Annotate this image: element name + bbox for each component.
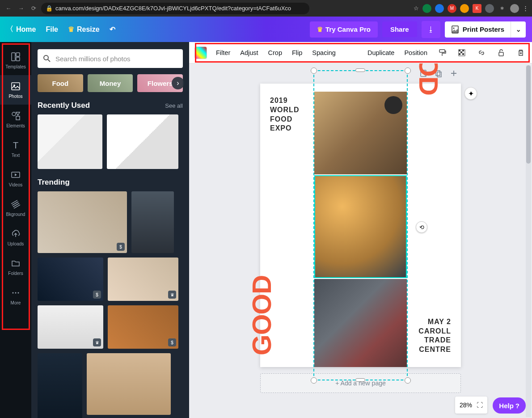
ext-gray-icon[interactable] bbox=[485, 4, 494, 13]
ext-blue-icon[interactable] bbox=[435, 4, 444, 13]
photo-thumb[interactable] bbox=[87, 353, 171, 415]
selection-handle-bl[interactable] bbox=[311, 377, 317, 384]
section-title: Trending bbox=[38, 178, 70, 187]
search-input[interactable] bbox=[55, 55, 177, 63]
delete-button[interactable] bbox=[515, 47, 527, 59]
photo-thumb[interactable] bbox=[131, 191, 174, 253]
link-button[interactable] bbox=[476, 47, 487, 59]
photo-thumb[interactable] bbox=[38, 353, 82, 418]
rail-label: Elements bbox=[6, 123, 25, 128]
collapse-panel-button[interactable]: ‹ bbox=[188, 210, 189, 250]
copy-style-button[interactable] bbox=[436, 47, 448, 59]
rail-label: Videos bbox=[9, 182, 22, 187]
fullscreen-button[interactable]: ⛶ bbox=[477, 401, 483, 409]
selection-handle-tl[interactable] bbox=[311, 68, 317, 74]
svg-rect-5 bbox=[12, 83, 20, 90]
see-all-link[interactable]: See all bbox=[165, 102, 183, 109]
print-dropdown[interactable]: ⌄ bbox=[511, 21, 526, 38]
file-button[interactable]: File bbox=[46, 25, 58, 34]
photo-thumb[interactable] bbox=[107, 114, 178, 169]
position-button[interactable]: Position bbox=[403, 47, 428, 58]
duplicate-button[interactable]: Duplicate bbox=[367, 47, 395, 58]
rail-photos[interactable]: Photos bbox=[0, 75, 31, 105]
svg-rect-15 bbox=[439, 50, 445, 52]
photo-thumb[interactable]: ♛ bbox=[38, 305, 103, 349]
rail-elements[interactable]: Elements bbox=[0, 105, 31, 134]
rotate-handle[interactable]: ⟲ bbox=[416, 221, 427, 233]
share-button[interactable]: Share bbox=[382, 21, 417, 37]
canvas-scroll[interactable]: 2019 WORLD FOOD EXPO GOOD FOOD MAY 2 CAR… bbox=[189, 63, 532, 418]
rail-text[interactable]: T Text bbox=[0, 134, 31, 164]
effect-button[interactable]: ✦ bbox=[464, 87, 477, 100]
poster-text-top[interactable]: 2019 WORLD FOOD EXPO bbox=[270, 96, 299, 133]
photo-thumb[interactable] bbox=[38, 114, 102, 169]
poster-canvas[interactable]: 2019 WORLD FOOD EXPO GOOD FOOD MAY 2 CAR… bbox=[260, 84, 461, 367]
videos-icon bbox=[10, 169, 21, 180]
rail-uploads[interactable]: Uploads bbox=[0, 223, 31, 252]
search-box[interactable] bbox=[38, 49, 183, 68]
paid-badge: $ bbox=[93, 291, 101, 299]
star-icon[interactable]: ☆ bbox=[414, 5, 419, 12]
category-food[interactable]: Food bbox=[38, 74, 83, 92]
rail-more[interactable]: More bbox=[0, 282, 31, 311]
ext-gmail-icon[interactable]: M bbox=[448, 4, 456, 13]
spacing-button[interactable]: Spacing bbox=[311, 47, 336, 58]
poster-text-food[interactable]: FOOD bbox=[413, 63, 444, 95]
photo-thumb[interactable]: ♛ bbox=[108, 258, 178, 301]
photo-thumb[interactable]: $ bbox=[38, 191, 127, 253]
rail-videos[interactable]: Videos bbox=[0, 164, 31, 193]
photo-thumb[interactable]: $ bbox=[38, 258, 103, 301]
crop-button[interactable]: Crop bbox=[267, 47, 283, 58]
add-page-button[interactable] bbox=[449, 69, 458, 78]
reload-icon[interactable]: ⟳ bbox=[29, 4, 38, 13]
poster-text-good[interactable]: GOOD bbox=[246, 275, 277, 355]
forward-icon[interactable]: → bbox=[16, 4, 26, 13]
premium-badge: ♛ bbox=[93, 338, 101, 346]
home-button[interactable]: 〈 Home bbox=[6, 25, 36, 34]
context-toolbar: Filter Adjust Crop Flip Spacing Duplicat… bbox=[189, 42, 532, 63]
zoom-value[interactable]: 28% bbox=[460, 401, 472, 409]
menu-dots-icon[interactable]: ⋮ bbox=[523, 5, 528, 12]
selection-handle-br[interactable] bbox=[405, 377, 411, 384]
undo-button[interactable]: ↶ bbox=[110, 25, 115, 34]
svg-rect-17 bbox=[459, 50, 460, 51]
canvas-area: Filter Adjust Crop Flip Spacing Duplicat… bbox=[189, 42, 532, 418]
adjust-button[interactable]: Adjust bbox=[239, 47, 259, 58]
transparency-button[interactable] bbox=[456, 47, 468, 59]
rail-label: Folders bbox=[8, 271, 23, 276]
photo-thumb[interactable]: $ bbox=[108, 305, 178, 349]
photos-panel: Food Money Flowers › Recently Used See a… bbox=[31, 42, 189, 418]
background-icon bbox=[10, 199, 21, 210]
ext-k-icon[interactable]: K bbox=[473, 4, 481, 13]
rail-templates[interactable]: Templates bbox=[0, 46, 31, 75]
color-swatch[interactable] bbox=[194, 46, 207, 59]
ext-orange-icon[interactable] bbox=[460, 4, 469, 13]
ext-grammarly-icon[interactable] bbox=[422, 4, 431, 13]
scrollbar-thumb[interactable] bbox=[526, 65, 531, 164]
print-posters-button[interactable]: Print Posters bbox=[445, 21, 511, 38]
ext-bt-icon[interactable]: ✱ bbox=[498, 4, 507, 13]
category-next[interactable]: › bbox=[172, 77, 184, 89]
filter-button[interactable]: Filter bbox=[215, 47, 231, 58]
rail-background[interactable]: Bkground bbox=[0, 193, 31, 223]
rail-label: Bkground bbox=[6, 212, 25, 217]
back-icon[interactable]: ← bbox=[4, 4, 13, 13]
rail-folders[interactable]: Folders bbox=[0, 252, 31, 282]
try-pro-button[interactable]: ♛ Try Canva Pro bbox=[310, 21, 378, 38]
selection-handle-t[interactable] bbox=[355, 68, 365, 72]
selection-handle-tr[interactable] bbox=[405, 68, 411, 74]
poster-text-bottom[interactable]: MAY 2 CAROLL TRADE CENTRE bbox=[418, 317, 451, 355]
selection-handle-b[interactable] bbox=[355, 378, 365, 382]
svg-rect-22 bbox=[499, 52, 503, 56]
resize-button[interactable]: ♛ Resize bbox=[68, 25, 100, 34]
vertical-scrollbar[interactable] bbox=[526, 65, 531, 417]
url-text: canva.com/design/DADxE4ZGC8E/k7OJvl-jBWl… bbox=[55, 5, 291, 12]
lock-button[interactable] bbox=[495, 47, 507, 59]
category-money[interactable]: Money bbox=[88, 74, 133, 92]
elements-icon bbox=[10, 110, 21, 121]
avatar[interactable] bbox=[510, 4, 519, 13]
help-button[interactable]: Help ? bbox=[493, 397, 526, 414]
flip-button[interactable]: Flip bbox=[291, 47, 303, 58]
url-bar[interactable]: 🔒 canva.com/design/DADxE4ZGC8E/k7OJvl-jB… bbox=[41, 3, 309, 14]
download-button[interactable]: ⭳ bbox=[422, 21, 440, 38]
